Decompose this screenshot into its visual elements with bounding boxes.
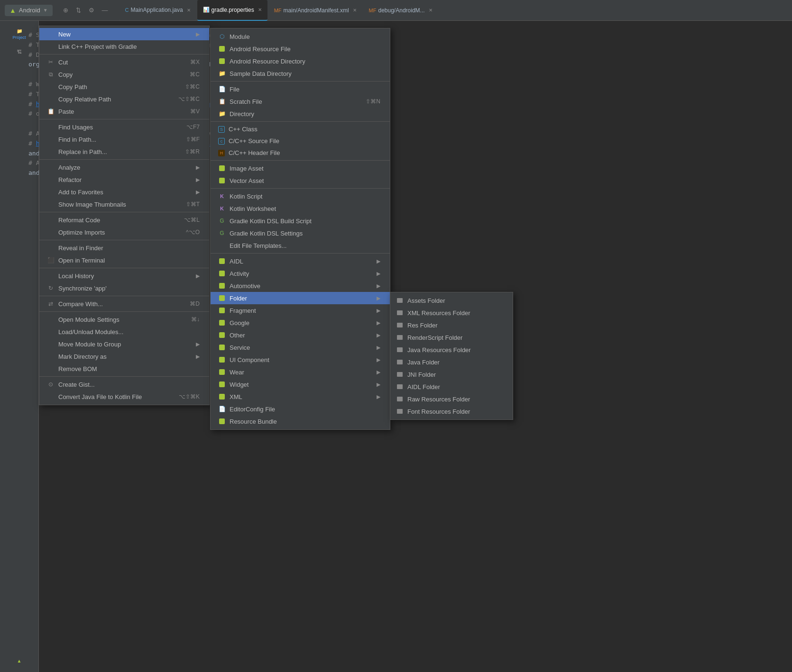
menu-item-open-terminal[interactable]: ⬛ Open in Terminal xyxy=(39,254,209,266)
menu-label-find-usages: Find Usages xyxy=(58,124,93,131)
folder-submenu-res[interactable]: Res Folder xyxy=(390,319,513,331)
submenu-aidl[interactable]: AIDL ▶ xyxy=(211,255,390,267)
submenu-kotlin-worksheet[interactable]: K Kotlin Worksheet xyxy=(211,202,390,215)
submenu-xml[interactable]: XML ▶ xyxy=(211,390,390,403)
menu-item-move-module[interactable]: Move Module to Group ▶ xyxy=(39,338,209,350)
compare-icon: ⇄ xyxy=(47,300,55,308)
submenu-gradle-kotlin-settings[interactable]: G Gradle Kotlin DSL Settings xyxy=(211,227,390,239)
menu-item-module-settings[interactable]: Open Module Settings ⌘↓ xyxy=(39,313,209,326)
menu-item-show-thumbnails[interactable]: Show Image Thumbnails ⇧⌘T xyxy=(39,198,209,210)
tab-gradle-properties[interactable]: 📊 gradle.properties ✕ xyxy=(197,0,267,21)
menu-item-load-modules[interactable]: Load/Unload Modules... xyxy=(39,326,209,338)
menu-item-reveal-finder[interactable]: Reveal in Finder xyxy=(39,242,209,254)
thumbnails-shortcut: ⇧⌘T xyxy=(186,201,200,208)
submenu-label-activity: Activity xyxy=(230,270,249,277)
tab-close-debug[interactable]: ✕ xyxy=(429,8,433,13)
menu-item-copy[interactable]: ⧉ Copy ⌘C xyxy=(39,68,209,81)
folder-submenu-renderscript[interactable]: RenderScript Folder xyxy=(390,331,513,344)
menu-item-link-cpp[interactable]: Link C++ Project with Gradle xyxy=(39,40,209,53)
menu-item-find-usages[interactable]: Find Usages ⌥F7 xyxy=(39,121,209,133)
submenu-google[interactable]: Google ▶ xyxy=(211,317,390,329)
submenu-cpp-class[interactable]: S C++ Class xyxy=(211,123,390,135)
submenu-android-resource-file[interactable]: Android Resource File xyxy=(211,43,390,55)
submenu-fragment[interactable]: Fragment ▶ xyxy=(211,304,390,317)
submenu-directory[interactable]: 📁 Directory xyxy=(211,108,390,120)
submenu-scratch-file[interactable]: 📋 Scratch File ⇧⌘N xyxy=(211,95,390,108)
menu-item-synchronize[interactable]: ↻ Synchronize 'app' xyxy=(39,282,209,294)
submenu-editor-config[interactable]: 📄 EditorConfig File xyxy=(211,403,390,415)
submenu-activity[interactable]: Activity ▶ xyxy=(211,267,390,280)
submenu-module[interactable]: ⬡ Module xyxy=(211,30,390,43)
folder-submenu-jni[interactable]: JNI Folder xyxy=(390,368,513,381)
submenu-ui-component[interactable]: UI Component ▶ xyxy=(211,354,390,366)
folder-submenu-java[interactable]: Java Folder xyxy=(390,356,513,368)
menu-item-reformat[interactable]: Reformat Code ⌥⌘L xyxy=(39,214,209,226)
tab-close-manifest[interactable]: ✕ xyxy=(353,8,357,13)
sep6 xyxy=(39,268,209,268)
menu-item-cut[interactable]: ✂ Cut ⌘X xyxy=(39,56,209,68)
submenu-android-resource-dir[interactable]: Android Resource Directory xyxy=(211,55,390,67)
folder-submenu-raw-resources[interactable]: Raw Resources Folder xyxy=(390,393,513,405)
submenu-kotlin-script[interactable]: K Kotlin Script xyxy=(211,190,390,202)
tab-debug-manifest[interactable]: MF debug/AndroidM... ✕ xyxy=(363,0,438,21)
submenu-label-xml: XML xyxy=(230,393,242,400)
menu-item-optimize-imports[interactable]: Optimize Imports ^⌥O xyxy=(39,226,209,238)
submenu-sample-data-dir[interactable]: 📁 Sample Data Directory xyxy=(211,67,390,80)
submenu-gradle-kotlin-build[interactable]: G Gradle Kotlin DSL Build Script xyxy=(211,215,390,227)
menu-item-remove-bom[interactable]: Remove BOM xyxy=(39,363,209,375)
terminal-icon: ⬛ xyxy=(47,256,55,264)
menu-item-copy-relative-path[interactable]: Copy Relative Path ⌥⇧⌘C xyxy=(39,93,209,105)
toolbar-action-compare[interactable]: ⇅ xyxy=(73,4,84,17)
submenu-label-automotive: Automotive xyxy=(230,282,260,290)
toolbar-action-minimize[interactable]: — xyxy=(99,4,111,17)
menu-item-refactor[interactable]: Refactor ▶ xyxy=(39,173,209,186)
menu-item-copy-path[interactable]: Copy Path ⇧⌘C xyxy=(39,81,209,93)
menu-item-create-gist[interactable]: ⊙ Create Gist... xyxy=(39,378,209,390)
submenu-vector-asset[interactable]: Vector Asset xyxy=(211,174,390,187)
submenu-cpp-source[interactable]: c C/C++ Source File xyxy=(211,135,390,147)
menu-item-mark-directory[interactable]: Mark Directory as ▶ xyxy=(39,350,209,363)
toolbar-action-plus[interactable]: ⊕ xyxy=(60,4,71,17)
tab-main-application[interactable]: C MainApplication.java ✕ xyxy=(120,0,196,21)
submenu-wear[interactable]: Wear ▶ xyxy=(211,366,390,378)
submenu-other[interactable]: Other ▶ xyxy=(211,329,390,341)
menu-item-replace-in-path[interactable]: Replace in Path... ⇧⌘R xyxy=(39,145,209,158)
folder-submenu-xml-resources[interactable]: XML Resources Folder xyxy=(390,307,513,319)
submenu-widget[interactable]: Widget ▶ xyxy=(211,378,390,390)
copy-shortcut: ⌘C xyxy=(190,71,200,78)
menu-item-find-in-path[interactable]: Find in Path... ⇧⌘F xyxy=(39,133,209,145)
tab-android-manifest[interactable]: MF main/AndroidManifest.xml ✕ xyxy=(268,0,362,21)
folder-submenu-font-resources[interactable]: Font Resources Folder xyxy=(390,405,513,418)
menu-item-local-history[interactable]: Local History ▶ xyxy=(39,270,209,282)
menu-item-analyze[interactable]: Analyze ▶ xyxy=(39,161,209,173)
submenu-file[interactable]: 📄 File xyxy=(211,83,390,95)
menu-item-convert-kotlin[interactable]: Convert Java File to Kotlin File ⌥⇧⌘K xyxy=(39,390,209,403)
submenu-cpp-header[interactable]: H C/C++ Header File xyxy=(211,147,390,159)
tab-close-gradle[interactable]: ✕ xyxy=(258,7,262,12)
android-res-icon xyxy=(218,45,226,53)
submenu-image-asset[interactable]: Image Asset xyxy=(211,162,390,174)
refactor-icon xyxy=(47,176,55,183)
menu-item-paste[interactable]: 📋 Paste ⌘V xyxy=(39,105,209,118)
project-selector[interactable]: ▲ Android ▼ xyxy=(5,5,53,16)
submenu-service[interactable]: Service ▶ xyxy=(211,341,390,354)
cpp-class-icon: S xyxy=(218,126,225,133)
submenu-resource-bundle[interactable]: Resource Bundle xyxy=(211,415,390,427)
menu-item-add-favorites[interactable]: Add to Favorites ▶ xyxy=(39,186,209,198)
sep8 xyxy=(39,311,209,312)
folder-submenu-aidl[interactable]: AIDL Folder xyxy=(390,381,513,393)
menu-label-cut: Cut xyxy=(58,59,68,66)
xml-arrow: ▶ xyxy=(377,394,380,400)
submenu-edit-templates[interactable]: Edit File Templates... xyxy=(211,239,390,252)
toolbar-action-settings[interactable]: ⚙ xyxy=(86,4,97,17)
tab-close-main[interactable]: ✕ xyxy=(187,8,191,13)
menu-item-compare[interactable]: ⇄ Compare With... ⌘D xyxy=(39,298,209,310)
menu-item-new[interactable]: New ▶ ⬡ Module Android Resource File xyxy=(39,28,209,40)
submenu-folder[interactable]: Folder ▶ Assets Folder xyxy=(211,292,390,304)
automotive-arrow: ▶ xyxy=(377,283,380,289)
submenu-automotive[interactable]: Automotive ▶ xyxy=(211,280,390,292)
analyze-arrow: ▶ xyxy=(196,164,200,171)
submenu-label-android-res-dir: Android Resource Directory xyxy=(230,58,305,65)
folder-submenu-java-resources[interactable]: Java Resources Folder xyxy=(390,344,513,356)
folder-submenu-assets[interactable]: Assets Folder xyxy=(390,294,513,307)
